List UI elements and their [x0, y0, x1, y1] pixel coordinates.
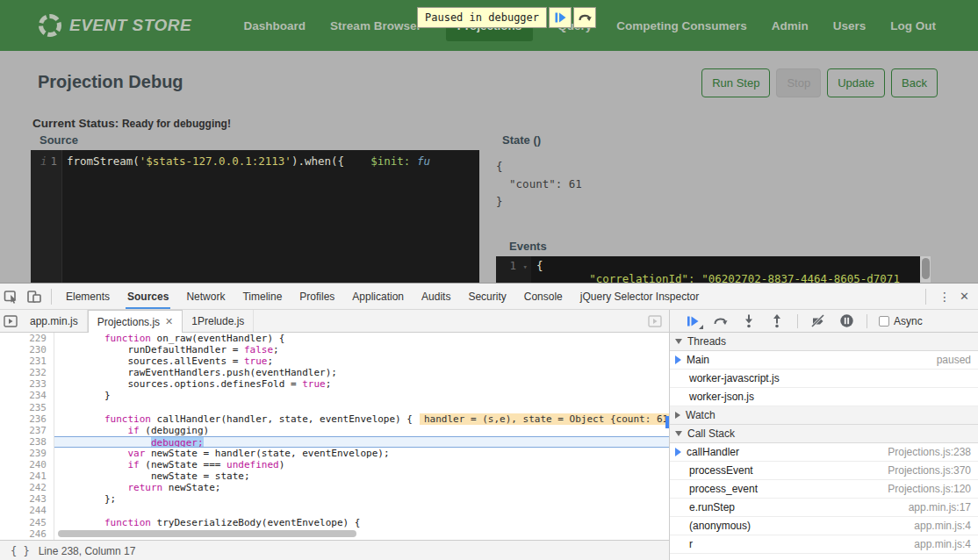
show-navigator-button[interactable] — [0, 310, 21, 332]
line-number[interactable]: 244 — [0, 505, 54, 516]
tab-sources[interactable]: Sources — [119, 284, 177, 309]
line-number[interactable]: 235 — [0, 402, 54, 413]
nav-item-log-out[interactable]: Log Out — [890, 19, 936, 32]
show-drawer-button[interactable] — [641, 310, 669, 332]
line-number[interactable]: 232 — [0, 367, 54, 378]
file-tab-1prelude-js[interactable]: 1Prelude.js — [183, 310, 254, 332]
code-line-245[interactable]: 245 function tryDeserializeBody(eventEnv… — [0, 517, 669, 528]
code-line-238[interactable]: 238 debugger; — [0, 436, 669, 448]
pretty-print-button[interactable]: { } — [0, 545, 39, 557]
code-horizontal-scrollbar[interactable] — [58, 530, 356, 537]
resume-script-banner-button[interactable] — [549, 7, 572, 28]
run-step-button[interactable]: Run Step — [701, 68, 770, 97]
line-number[interactable]: 242 — [0, 482, 54, 493]
watch-section-header[interactable]: Watch — [670, 406, 978, 425]
resume-script-button[interactable] — [680, 312, 705, 331]
line-number[interactable]: 239 — [0, 448, 54, 459]
devtools-close-button[interactable]: ✕ — [958, 290, 978, 303]
nav-item-users[interactable]: Users — [833, 19, 867, 32]
call-stack-frame[interactable]: callHandlerProjections.js:238 — [670, 443, 978, 462]
close-tab-icon[interactable]: ✕ — [165, 316, 173, 327]
tab-audits[interactable]: Audits — [413, 284, 459, 309]
file-tab-projections-js[interactable]: Projections.js✕ — [88, 310, 183, 333]
line-number[interactable]: 237 — [0, 425, 54, 436]
async-checkbox[interactable] — [879, 316, 889, 327]
code-line-242[interactable]: 242 return newState; — [0, 482, 669, 493]
threads-section-header-title: Threads — [687, 335, 726, 348]
tab-elements[interactable]: Elements — [57, 284, 119, 309]
code-line-239[interactable]: 239 var newState = handler(state, eventE… — [0, 448, 669, 459]
code-line-232[interactable]: 232 rawEventHandlers.push(eventHandler); — [0, 367, 669, 378]
call-stack-section-header[interactable]: Call Stack — [670, 425, 978, 443]
line-number[interactable]: 236 — [0, 413, 54, 425]
update-button[interactable]: Update — [827, 68, 885, 97]
line-number[interactable]: 243 — [0, 493, 54, 505]
line-number[interactable]: 229 — [0, 333, 54, 344]
tab-jquery-selector-inspector[interactable]: jQuery Selector Inspector — [572, 284, 708, 309]
call-stack-frame[interactable]: (anonymous)app.min.js:4 — [670, 517, 978, 535]
code-line-233[interactable]: 233 sources.options.definesFold = true; — [0, 378, 669, 390]
device-toolbar-button[interactable] — [23, 286, 46, 307]
nav-item-stream-browser[interactable]: Stream Browser — [330, 19, 421, 32]
code-line-244[interactable]: 244 — [0, 505, 669, 516]
async-checkbox-control[interactable]: Async — [879, 315, 923, 327]
nav-item-competing-consumers[interactable]: Competing Consumers — [616, 19, 747, 32]
code-line-237[interactable]: 237 if (debugging) — [0, 425, 669, 436]
thread-row[interactable]: worker-json.js — [670, 388, 978, 406]
step-over-button[interactable] — [708, 312, 733, 331]
tab-application[interactable]: Application — [343, 284, 413, 309]
tab-console[interactable]: Console — [515, 284, 572, 309]
nav-item-dashboard[interactable]: Dashboard — [244, 19, 306, 32]
step-over-icon — [578, 11, 593, 25]
line-number[interactable]: 231 — [0, 355, 54, 367]
line-number[interactable]: 233 — [0, 378, 54, 390]
code-line-241[interactable]: 241 newState = state; — [0, 470, 669, 482]
back-button[interactable]: Back — [891, 68, 938, 97]
tab-timeline[interactable]: Timeline — [234, 284, 291, 309]
line-number[interactable]: 234 — [0, 390, 54, 401]
tab-network[interactable]: Network — [177, 284, 234, 309]
events-scrollbar-track[interactable] — [920, 256, 931, 283]
fold-arrow-icon[interactable]: ▾ — [523, 262, 528, 271]
line-number[interactable]: 246 — [0, 528, 54, 540]
devtools-code-editor[interactable]: 229 function on_raw(eventHandler) {230 r… — [0, 333, 669, 540]
code-line-231[interactable]: 231 sources.allEvents = true; — [0, 355, 669, 367]
nav-item-admin[interactable]: Admin — [772, 19, 809, 32]
events-editor[interactable]: 1 ▾ { "correlationId": "06202702-8837-44… — [496, 256, 931, 283]
eventstore-brand[interactable]: EVENT STORE — [39, 14, 191, 37]
source-code-editor[interactable]: i1 fromStream('$stats-127.0.0.1:2113').w… — [31, 150, 479, 283]
line-number[interactable]: 241 — [0, 470, 54, 482]
step-over-banner-button[interactable] — [573, 7, 596, 28]
call-stack-frame[interactable]: process_eventProjections.js:120 — [670, 480, 978, 499]
tab-profiles[interactable]: Profiles — [291, 284, 343, 309]
thread-row[interactable]: worker-javascript.js — [670, 370, 978, 388]
events-code: { "correlationId": "06202702-8837-4464-8… — [531, 256, 900, 283]
deactivate-breakpoints-button[interactable] — [806, 312, 831, 331]
code-line-229[interactable]: 229 function on_raw(eventHandler) { — [0, 333, 669, 344]
code-line-234[interactable]: 234 } — [0, 390, 669, 401]
file-tab-app-min-js[interactable]: app.min.js — [21, 310, 88, 332]
code-line-230[interactable]: 230 runDefaultHandler = false; — [0, 344, 669, 355]
step-into-button[interactable] — [737, 312, 761, 331]
pause-on-exceptions-button[interactable] — [834, 312, 859, 331]
code-line-235[interactable]: 235 — [0, 402, 669, 413]
tab-security[interactable]: Security — [459, 284, 514, 309]
call-stack-frame[interactable]: e.runStepapp.min.js:17 — [670, 499, 978, 517]
stop-button[interactable]: Stop — [776, 68, 821, 97]
devtools-menu-button[interactable]: ⋮ — [931, 290, 958, 304]
line-number[interactable]: 245 — [0, 517, 54, 528]
code-line-236[interactable]: 236 function callHandler(handler, state,… — [0, 413, 669, 425]
code-line-243[interactable]: 243 }; — [0, 493, 669, 505]
inspect-element-button[interactable] — [0, 286, 23, 307]
line-number[interactable]: 240 — [0, 459, 54, 470]
call-stack-frame[interactable]: rapp.min.js:4 — [670, 535, 978, 554]
threads-section-header[interactable]: Threads — [670, 333, 978, 351]
events-scrollbar-thumb[interactable] — [922, 258, 930, 279]
line-number[interactable]: 230 — [0, 344, 54, 355]
call-stack-frame[interactable]: processEventProjections.js:370 — [670, 462, 978, 480]
line-number[interactable]: 238 — [0, 436, 54, 448]
step-out-button[interactable] — [765, 312, 789, 331]
thread-row[interactable]: Mainpaused — [670, 351, 978, 370]
code-line-240[interactable]: 240 if (newState === undefined) — [0, 459, 669, 470]
debugger-toolbar: Async — [669, 310, 978, 332]
